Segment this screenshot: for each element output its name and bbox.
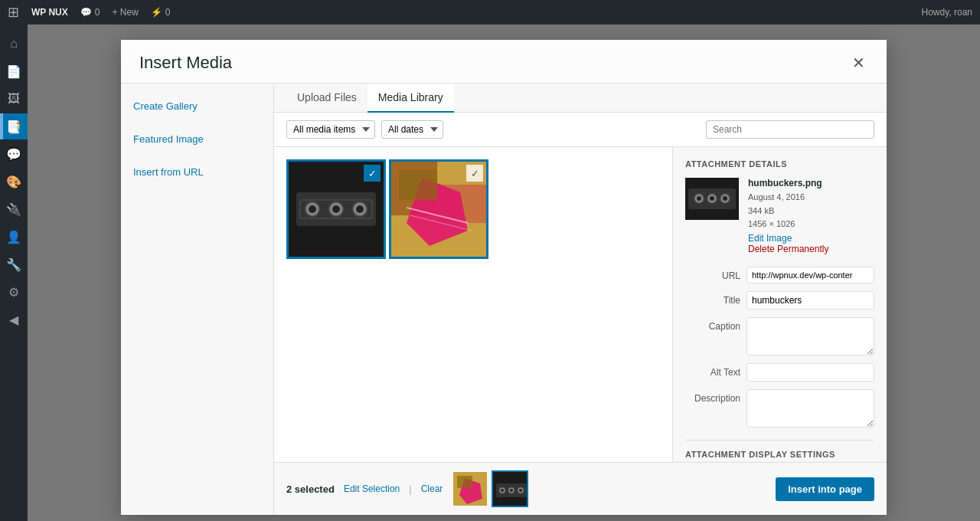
modal-main: Upload Files Media Library All media ite… [274,84,887,515]
attachment-details-panel: ATTACHMENT DETAILS [672,147,887,462]
attachment-details-title: ATTACHMENT DETAILS [685,159,874,169]
display-settings-title: ATTACHMENT DISPLAY SETTINGS [685,440,874,459]
sidebar-item-featured-image[interactable]: Featured Image [121,129,273,149]
sidebar-icon-comments[interactable]: 💬 [0,141,28,167]
svg-point-19 [697,196,701,201]
delete-permanently-link[interactable]: Delete Permanently [748,244,874,254]
sidebar-icon-appearance[interactable]: 🎨 [0,169,28,195]
wp-logo-icon: ⊞ [8,4,19,21]
tab-upload-files[interactable]: Upload Files [286,84,368,113]
svg-rect-15 [399,169,437,200]
sidebar-icon-plugins[interactable]: 🔌 [0,196,28,222]
field-row-caption: Caption [685,317,874,356]
media-grid: ✓ [274,147,672,462]
svg-point-5 [332,205,340,213]
sidebar-item-create-gallery[interactable]: Create Gallery [121,96,273,116]
media-content-area: ✓ [274,147,887,462]
modal-title: Insert Media [139,53,232,73]
sidebar-icon-tools[interactable]: 🔧 [0,251,28,277]
wp-sidebar: ⌂ 📄 🖼 📑 💬 🎨 🔌 👤 🔧 ⚙ ◀ [0,25,28,521]
sidebar-icon-dashboard[interactable]: ⌂ [0,31,28,57]
alt-text-label: Alt Text [685,363,740,378]
svg-point-7 [356,205,364,213]
modal-close-button[interactable]: ✕ [849,52,868,74]
media-type-filter[interactable]: All media items [286,120,375,139]
insert-into-page-button[interactable]: Insert into page [776,477,874,501]
svg-point-3 [309,205,316,213]
field-row-description: Description [685,389,874,428]
howdy-text: Howdy, roan [922,7,972,18]
sidebar-icon-settings[interactable]: ⚙ [0,279,28,305]
edit-selection-link[interactable]: Edit Selection [344,483,400,494]
svg-point-21 [710,196,714,201]
title-label: Title [685,291,740,306]
buzz-icon: ⚡ [151,7,162,18]
insert-media-modal: Insert Media ✕ Create Gallery Featured I… [121,40,887,515]
svg-point-32 [510,489,513,492]
attachment-thumbnail [685,178,739,220]
modal-tabs: Upload Files Media Library [274,84,887,113]
attachment-filesize: 344 kB [748,205,874,218]
footer-thumb-humbuckers[interactable] [492,470,528,507]
field-row-url: URL [685,267,874,283]
attachment-preview-row: humbuckers.png August 4, 2016 344 kB 145… [685,178,874,254]
modal-sidebar: Create Gallery Featured Image Insert fro… [121,84,274,515]
admin-bar: ⊞ WP NUX 💬 0 + New ⚡ 0 Howdy, roan [0,0,980,25]
site-name[interactable]: WP NUX [31,7,68,18]
description-input[interactable] [746,389,874,428]
selected-count: 2 selected [286,483,335,495]
url-label: URL [685,267,740,281]
attachment-filename: humbuckers.png [748,178,874,188]
selected-check-humbuckers: ✓ [364,165,381,182]
buzz-count[interactable]: ⚡ 0 [151,7,171,18]
selected-check-guitar: ✓ [466,165,483,182]
svg-point-23 [723,196,727,201]
attachment-dimensions: 1456 × 1026 [748,218,874,231]
tab-media-library[interactable]: Media Library [368,84,454,113]
description-label: Description [685,389,740,404]
caption-input[interactable] [746,317,874,356]
sidebar-icon-collapse[interactable]: ◀ [0,306,28,333]
date-filter[interactable]: All dates [381,120,443,139]
main-content: Insert Media ✕ Create Gallery Featured I… [28,25,980,521]
field-row-title: Title [685,291,874,310]
sidebar-icon-pages[interactable]: 📑 [0,113,28,139]
media-item-humbuckers[interactable]: ✓ [286,159,386,259]
field-row-alt-text: Alt Text [685,363,874,382]
sidebar-item-insert-from-url[interactable]: Insert from URL [121,162,273,182]
filters-row: All media items All dates [274,113,887,147]
footer-thumbnails [452,470,528,507]
attachment-date: August 4, 2016 [748,191,874,205]
title-input[interactable] [746,291,874,310]
edit-image-link[interactable]: Edit Image [748,233,874,244]
new-item[interactable]: + New [112,7,138,18]
svg-point-34 [519,489,522,492]
modal-header: Insert Media ✕ [121,40,887,84]
sidebar-icon-posts[interactable]: 📄 [0,58,28,84]
sidebar-icon-media[interactable]: 🖼 [0,86,28,112]
svg-rect-26 [457,476,472,488]
media-item-guitar[interactable]: ✓ [389,159,488,259]
footer-thumb-guitar[interactable] [452,470,488,507]
caption-label: Caption [685,317,740,332]
svg-point-30 [501,489,504,492]
clear-selection-link[interactable]: Clear [421,483,443,494]
alt-text-input[interactable] [746,363,874,382]
url-input[interactable] [746,267,874,283]
modal-body: Create Gallery Featured Image Insert fro… [121,84,887,515]
comments-count[interactable]: 💬 0 [80,7,100,18]
attachment-info: humbuckers.png August 4, 2016 344 kB 145… [748,178,874,254]
comment-icon: 💬 [80,7,92,18]
modal-footer: 2 selected Edit Selection | Clear [274,462,887,515]
sidebar-icon-users[interactable]: 👤 [0,224,28,250]
footer-separator: | [409,483,411,495]
search-input[interactable] [706,120,874,139]
modal-overlay: Insert Media ✕ Create Gallery Featured I… [28,25,980,521]
